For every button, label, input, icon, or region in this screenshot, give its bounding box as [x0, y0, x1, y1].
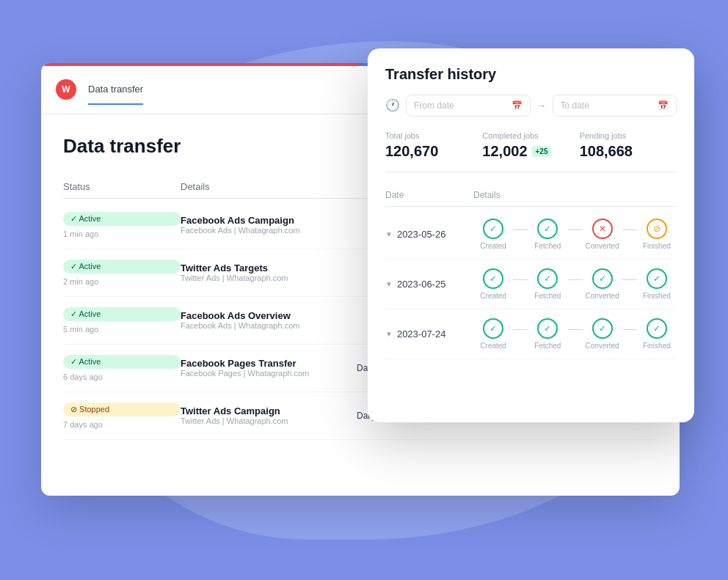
hist-header-date: Date [385, 190, 473, 200]
from-date-input[interactable]: From date 📅 [406, 95, 531, 117]
to-date-placeholder: To date [561, 100, 589, 111]
connector-line [513, 329, 528, 330]
status-steps: ✓ Created ✓ Fetched ✓ Converted ✓ Finish… [473, 268, 677, 300]
step-icon: ✓ [592, 318, 613, 339]
status-cell: ✓ Active 5 min ago [63, 307, 181, 334]
connector-line [622, 329, 637, 330]
connector-line [568, 329, 583, 330]
detail-sub: Facebook Pages | Whatagraph.com [181, 369, 357, 378]
history-date: ▼ 2023-07-24 [385, 328, 473, 339]
history-panel-title: Transfer history [385, 66, 677, 83]
step-icon: ✓ [647, 318, 667, 339]
status-badge: ⊘ Stopped [63, 403, 181, 416]
status-time: 6 days ago [63, 372, 181, 381]
chevron-down-icon: ▼ [385, 280, 393, 288]
status-time: 7 days ago [63, 420, 181, 429]
detail-sub: Twitter Ads | Whatagraph.com [181, 274, 357, 282]
pending-jobs-label: Pending jobs [580, 131, 677, 140]
detail-name: Facebook Ads Campaign [181, 215, 357, 226]
history-panel: Transfer history 🕐 From date 📅 → To date… [368, 48, 694, 422]
history-row: ▼ 2023-07-24 ✓ Created ✓ Fetched ✓ Conve… [385, 309, 677, 359]
detail-name: Twitter Ads Campaign [181, 405, 357, 416]
status-step-finished: ✓ Finished [637, 268, 677, 300]
calendar-icon-to: 📅 [658, 100, 669, 111]
history-rows-container: ▼ 2023-05-26 ✓ Created ✓ Fetched ✕ Conve… [385, 210, 677, 359]
step-label: Created [480, 292, 506, 300]
calendar-icon-from: 📅 [512, 100, 523, 111]
status-badge: ✓ Active [63, 307, 181, 321]
completed-jobs-value: 12,002 +25 [482, 143, 579, 160]
connector-line [568, 230, 583, 230]
stat-pending-jobs: Pending jobs 108,668 [580, 131, 677, 160]
detail-cell: Facebook Ads Campaign Facebook Ads | Wha… [181, 215, 357, 235]
detail-name: Facebook Pages Transfer [181, 358, 357, 369]
step-label: Converted [586, 242, 619, 250]
chevron-down-icon: ▼ [385, 230, 393, 238]
stats-row: Total jobs 120,670 Completed jobs 12,002… [385, 131, 677, 172]
step-icon: ✓ [647, 268, 667, 289]
step-icon: ✓ [483, 318, 503, 339]
completed-jobs-badge: +25 [532, 146, 552, 157]
status-steps: ✓ Created ✓ Fetched ✓ Converted ✓ Finish… [473, 318, 677, 350]
step-label: Converted [586, 342, 619, 350]
step-label: Fetched [534, 242, 561, 250]
detail-sub: Facebook Ads | Whatagraph.com [181, 226, 357, 235]
step-icon: ✓ [592, 268, 613, 289]
detail-cell: Twitter Ads Campaign Twitter Ads | Whata… [181, 405, 357, 425]
detail-cell: Twitter Ads Targets Twitter Ads | Whatag… [181, 263, 357, 282]
status-badge: ✓ Active [63, 260, 181, 274]
pending-jobs-value: 108,668 [580, 143, 677, 160]
status-step-finished: ⊘ Finished [637, 219, 677, 250]
stat-total-jobs: Total jobs 120,670 [385, 131, 482, 160]
step-label: Created [480, 342, 506, 350]
detail-cell: Facebook Ads Overview Facebook Ads | Wha… [181, 310, 357, 330]
status-step-created: ✓ Created [473, 268, 513, 300]
arrow-icon: → [536, 100, 547, 111]
detail-sub: Facebook Ads | Whatagraph.com [181, 321, 357, 330]
clock-icon: 🕐 [385, 98, 400, 112]
connector-line [568, 279, 583, 280]
col-header-status: Status [63, 181, 181, 192]
status-step-converted: ✓ Converted [583, 318, 622, 350]
step-icon: ✓ [483, 219, 503, 239]
status-step-fetched: ✓ Fetched [528, 318, 567, 350]
status-cell: ✓ Active 1 min ago [63, 212, 181, 238]
stat-completed-jobs: Completed jobs 12,002 +25 [482, 131, 579, 160]
chevron-down-icon: ▼ [385, 330, 393, 338]
history-row: ▼ 2023-06-25 ✓ Created ✓ Fetched ✓ Conve… [385, 260, 677, 309]
status-step-converted: ✕ Converted [583, 219, 622, 250]
status-step-finished: ✓ Finished [637, 318, 677, 350]
step-icon: ✓ [537, 219, 558, 239]
history-date: ▼ 2023-06-25 [385, 279, 473, 290]
detail-sub: Twitter Ads | Whatagraph.com [181, 416, 357, 425]
status-step-created: ✓ Created [473, 219, 513, 250]
history-row: ▼ 2023-05-26 ✓ Created ✓ Fetched ✕ Conve… [385, 210, 677, 260]
step-label: Fetched [534, 292, 561, 300]
connector-line [622, 230, 637, 230]
status-steps: ✓ Created ✓ Fetched ✕ Converted ⊘ Finish… [473, 219, 677, 250]
step-icon: ✕ [592, 219, 613, 239]
status-time: 5 min ago [63, 325, 181, 334]
status-cell: ⊘ Stopped 7 days ago [63, 403, 181, 429]
history-table-header: Date Details [385, 187, 677, 207]
total-jobs-value: 120,670 [385, 143, 482, 160]
nav-tab-data-transfer[interactable]: Data transfer [88, 84, 143, 105]
to-date-input[interactable]: To date 📅 [553, 95, 677, 117]
date-filter-row: 🕐 From date 📅 → To date 📅 [385, 95, 677, 117]
connector-line [513, 230, 528, 230]
status-time: 1 min ago [63, 230, 181, 238]
status-step-fetched: ✓ Fetched [528, 268, 567, 300]
from-date-placeholder: From date [414, 100, 454, 111]
completed-jobs-label: Completed jobs [482, 131, 579, 140]
step-label: Fetched [534, 342, 561, 350]
status-badge: ✓ Active [63, 355, 181, 369]
status-step-created: ✓ Created [473, 318, 513, 350]
step-label: Finished [643, 242, 671, 250]
history-date: ▼ 2023-05-26 [385, 229, 473, 240]
app-logo: W [56, 79, 76, 100]
step-icon: ✓ [483, 268, 503, 289]
step-icon: ⊘ [647, 219, 667, 239]
step-label: Converted [586, 292, 619, 300]
status-time: 2 min ago [63, 277, 181, 286]
connector-line [513, 279, 528, 280]
